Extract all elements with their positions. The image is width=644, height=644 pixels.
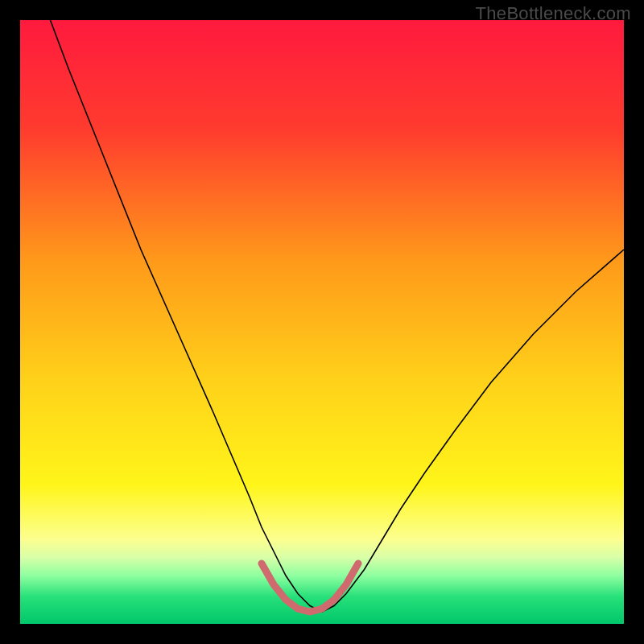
bottleneck-chart xyxy=(20,20,624,624)
chart-frame: TheBottleneck.com xyxy=(0,0,644,644)
watermark-text: TheBottleneck.com xyxy=(476,3,631,24)
gradient-backplate xyxy=(20,20,624,624)
